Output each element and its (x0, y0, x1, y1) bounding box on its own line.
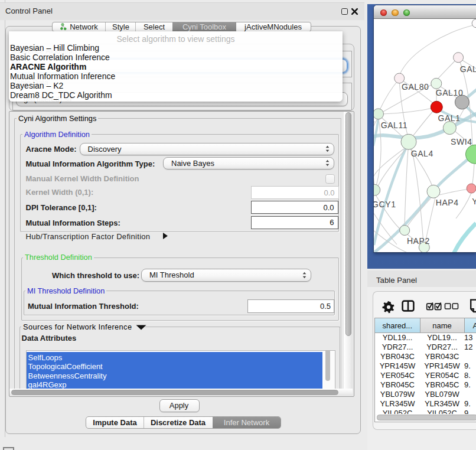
svg-text:GAL11: GAL11 (381, 120, 408, 130)
svg-text:GAL10: GAL10 (436, 88, 464, 97)
svg-text:Y: Y (472, 197, 476, 206)
svg-text:GAL1: GAL1 (438, 113, 460, 123)
svg-text:HAP2: HAP2 (407, 236, 430, 246)
svg-text:SWI4: SWI4 (451, 137, 472, 146)
svg-text:HAP4: HAP4 (436, 198, 459, 207)
svg-text:GAL: GAL (460, 64, 476, 74)
svg-text:GAL4: GAL4 (411, 149, 433, 158)
svg-text:GAL80: GAL80 (402, 82, 429, 92)
svg-text:GCY1: GCY1 (374, 200, 396, 209)
